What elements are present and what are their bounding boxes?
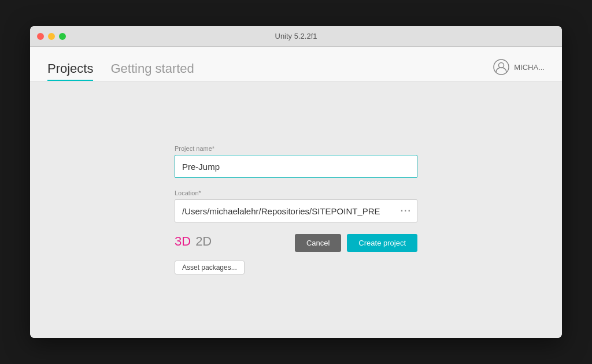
dim-3d-option[interactable]: 3D [175, 234, 191, 249]
project-name-label: Project name* [175, 145, 417, 152]
create-project-form: Project name* Location* ··· 3D 2D A [175, 145, 417, 274]
dim-2d-option[interactable]: 2D [195, 234, 212, 249]
create-project-button[interactable]: Create project [347, 234, 417, 252]
location-input[interactable] [175, 199, 417, 222]
location-group: Location* ··· [175, 190, 417, 222]
location-wrapper: ··· [175, 199, 417, 222]
dimension-row: 3D 2D [175, 234, 245, 249]
user-menu[interactable]: MICHA... [493, 59, 545, 81]
asset-packages-button[interactable]: Asset packages... [175, 261, 245, 274]
tab-getting-started[interactable]: Getting started [110, 61, 194, 81]
bottom-row: 3D 2D Asset packages... Cancel Create pr… [175, 234, 417, 274]
maximize-button[interactable] [59, 33, 66, 40]
location-browse-button[interactable]: ··· [401, 206, 412, 216]
minimize-button[interactable] [48, 33, 55, 40]
project-name-input[interactable] [175, 155, 417, 178]
unity-window: Unity 5.2.2f1 Projects Getting started M… [30, 26, 562, 338]
window-title: Unity 5.2.2f1 [275, 32, 317, 40]
title-bar: Unity 5.2.2f1 [30, 26, 562, 47]
action-buttons: Cancel Create project [295, 234, 417, 252]
close-button[interactable] [37, 33, 44, 40]
user-avatar-icon [493, 59, 509, 75]
nav-tabs: Projects Getting started [47, 61, 493, 81]
tab-projects[interactable]: Projects [47, 61, 93, 81]
svg-point-1 [499, 63, 504, 68]
cancel-button[interactable]: Cancel [295, 234, 341, 252]
left-controls: 3D 2D Asset packages... [175, 234, 245, 274]
project-name-group: Project name* [175, 145, 417, 178]
window-controls [37, 33, 66, 40]
main-content: Project name* Location* ··· 3D 2D A [30, 81, 562, 338]
nav-bar: Projects Getting started MICHA... [30, 47, 562, 81]
location-label: Location* [175, 190, 417, 196]
user-name-label: MICHA... [514, 63, 545, 72]
